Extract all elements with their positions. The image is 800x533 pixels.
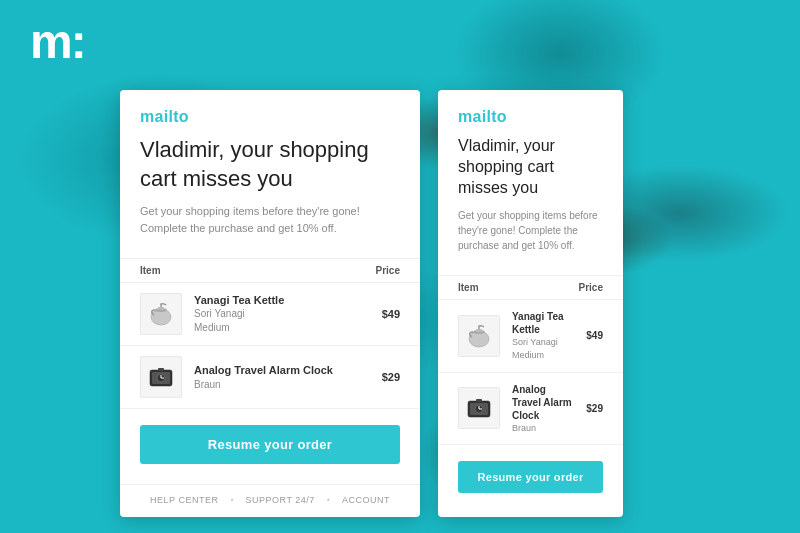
item-name-kettle-small: Yanagi Tea Kettle (512, 310, 574, 336)
card-large-footer: Resume your order (120, 409, 420, 484)
card-large-subtitle: Get your shopping items before they're g… (140, 203, 400, 236)
footer-dot-1: • (230, 495, 233, 505)
col-price-small: Price (579, 282, 603, 293)
item-sub1-clock-small: Braun (512, 422, 574, 435)
item-info-kettle: Yanagi Tea Kettle Sori Yanagi Medium (194, 293, 370, 335)
app-logo: m: (30, 18, 85, 66)
card-small-header: mailto Vladimir, your shopping cart miss… (438, 90, 623, 275)
resume-order-button-small[interactable]: Resume your order (458, 461, 603, 493)
table-header-large: Item Price (120, 258, 420, 283)
card-small-title: Vladimir, your shopping cart misses you (458, 136, 603, 198)
item-sub2-kettle-small: Medium (512, 349, 574, 362)
card-large-header: mailto Vladimir, your shopping cart miss… (120, 90, 420, 258)
item-price-clock-small: $29 (586, 403, 603, 414)
brand-name-large: mailto (140, 108, 400, 126)
kettle-icon (144, 297, 178, 331)
card-small-footer: Resume your order (438, 445, 623, 513)
item-info-kettle-small: Yanagi Tea Kettle Sori Yanagi Medium (512, 310, 574, 361)
footer-link-support[interactable]: SUPPORT 24/7 (246, 495, 315, 505)
item-sub1-kettle-small: Sori Yanagi (512, 336, 574, 349)
clock-icon (144, 360, 178, 394)
item-row: Yanagi Tea Kettle Sori Yanagi Medium $49 (120, 283, 420, 346)
item-row: Analog Travel Alarm Clock Braun $29 (120, 346, 420, 409)
footer-dot-2: • (327, 495, 330, 505)
clock-image-small (458, 387, 500, 429)
clock-image (140, 356, 182, 398)
brand-name-small: mailto (458, 108, 603, 126)
footer-link-account[interactable]: ACCOUNT (342, 495, 390, 505)
item-sub2-kettle: Medium (194, 321, 370, 335)
card-bottom-links: HELP CENTER • SUPPORT 24/7 • ACCOUNT (120, 484, 420, 517)
item-name-kettle: Yanagi Tea Kettle (194, 293, 370, 307)
table-header-small: Item Price (438, 275, 623, 300)
item-info-clock: Analog Travel Alarm Clock Braun (194, 363, 370, 391)
card-small-subtitle: Get your shopping items before they're g… (458, 208, 603, 253)
card-large-title: Vladimir, your shopping cart misses you (140, 136, 400, 193)
cards-container: mailto Vladimir, your shopping cart miss… (120, 90, 760, 517)
item-price-kettle: $49 (382, 308, 400, 320)
kettle-icon-small (462, 319, 496, 353)
item-sub1-kettle: Sori Yanagi (194, 307, 370, 321)
svg-rect-17 (476, 399, 482, 402)
item-sub1-clock: Braun (194, 378, 370, 392)
item-name-clock: Analog Travel Alarm Clock (194, 363, 370, 377)
item-name-clock-small: Analog Travel Alarm Clock (512, 383, 574, 422)
item-row-clock-small: Analog Travel Alarm Clock Braun $29 (438, 373, 623, 446)
email-card-large: mailto Vladimir, your shopping cart miss… (120, 90, 420, 517)
footer-link-help[interactable]: HELP CENTER (150, 495, 218, 505)
resume-order-button-large[interactable]: Resume your order (140, 425, 400, 464)
kettle-image (140, 293, 182, 335)
clock-icon-small (462, 391, 496, 425)
col-price-large: Price (376, 265, 400, 276)
item-row-small: Yanagi Tea Kettle Sori Yanagi Medium $49 (438, 300, 623, 372)
email-card-small: mailto Vladimir, your shopping cart miss… (438, 90, 623, 517)
logo-area: m: (30, 18, 85, 66)
col-item-large: Item (140, 265, 161, 276)
item-info-clock-small: Analog Travel Alarm Clock Braun (512, 383, 574, 435)
item-price-kettle-small: $49 (586, 330, 603, 341)
kettle-image-small (458, 315, 500, 357)
col-item-small: Item (458, 282, 479, 293)
svg-rect-11 (476, 329, 482, 332)
svg-rect-8 (158, 368, 164, 371)
item-price-clock: $29 (382, 371, 400, 383)
svg-rect-2 (158, 307, 164, 310)
